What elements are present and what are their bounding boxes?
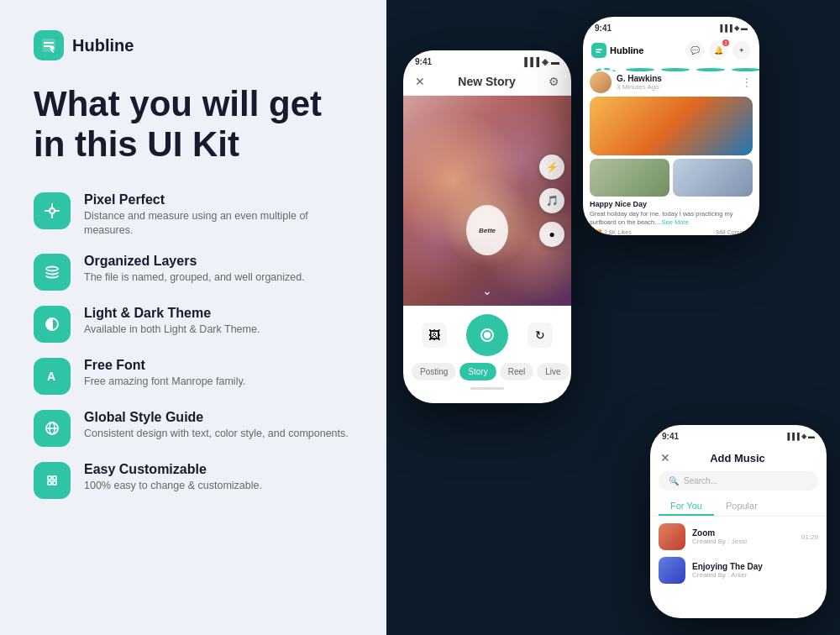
style-guide-icon xyxy=(34,410,71,447)
story-tabs: Posting Story Reel Live xyxy=(412,363,563,380)
story-bottom: 🖼 ↻ Posting Story Reel Live xyxy=(403,306,571,403)
free-font-icon: A xyxy=(34,358,71,395)
pixel-perfect-icon xyxy=(34,192,71,229)
close-icon[interactable]: ✕ xyxy=(415,75,425,88)
post-caption: Happy Nice Day Great holiday day for me.… xyxy=(590,200,753,227)
flip-btn[interactable]: ↻ xyxy=(528,323,553,348)
more-icon[interactable]: ⋮ xyxy=(741,76,753,89)
effect-tool[interactable]: ● xyxy=(539,222,564,247)
feature-easy-custom: Easy Customizable 100% easy to change & … xyxy=(34,462,353,499)
main-headline: What you will get in this UI Kit xyxy=(34,84,353,165)
settings-icon[interactable]: ⚙ xyxy=(549,75,559,88)
music-list: Zoom Created By : Jessi 01:20 Enjoying T… xyxy=(650,523,827,584)
live-tab[interactable]: Live xyxy=(537,363,569,380)
for-you-tab[interactable]: For You xyxy=(659,497,714,516)
music-close-icon[interactable]: ✕ xyxy=(660,451,670,464)
features-list: Pixel Perfect Distance and measure using… xyxy=(34,192,353,499)
side-tools: ⚡ 🎵 ● xyxy=(539,155,564,247)
popular-tab[interactable]: Popular xyxy=(714,497,769,516)
post-avatar xyxy=(590,71,612,93)
story-tab[interactable]: Story xyxy=(459,363,496,380)
center-status-bar: 9:41 ▐▐▐ ◈ ▬ xyxy=(403,50,571,70)
music-search[interactable]: 🔍 Search... xyxy=(659,471,818,491)
music-header: ✕ Add Music xyxy=(650,444,827,471)
rb-status-bar: 9:41 ▐▐▐ ◈ ▬ xyxy=(650,425,827,444)
brand-name: Hubline xyxy=(72,36,134,55)
logo-icon xyxy=(34,30,64,60)
music-item-1[interactable]: Zoom Created By : Jessi 01:20 xyxy=(659,523,818,550)
light-dark-icon xyxy=(34,306,71,343)
svg-point-1 xyxy=(50,46,55,50)
right-column: 9:41 ▐▐▐ ◈ ▬ Hubline 💬 xyxy=(583,17,827,235)
bell-icon-btn[interactable]: 🔔 3 xyxy=(709,41,727,60)
left-panel: Hubline What you will get in this UI Kit… xyxy=(0,0,386,635)
post-stats: ❤🧡 2.8K Likes 948 Comment xyxy=(590,227,753,236)
down-arrow[interactable]: ⌄ xyxy=(482,284,492,297)
chat-icon-btn[interactable]: 💬 xyxy=(685,41,704,60)
feature-organized-layers-text: Organized Layers The file is named, grou… xyxy=(84,254,305,286)
svg-point-2 xyxy=(50,208,55,213)
svg-point-3 xyxy=(46,266,58,270)
flash-tool[interactable]: ⚡ xyxy=(539,155,564,180)
add-icon-btn[interactable]: + xyxy=(732,41,751,60)
svg-text:A: A xyxy=(47,370,55,383)
camera-row: 🖼 ↻ xyxy=(412,314,563,356)
logo-row: Hubline xyxy=(34,30,353,60)
story-image: Bette ⚡ 🎵 ● ⌄ xyxy=(403,96,571,306)
feature-pixel-perfect-text: Pixel Perfect Distance and measure using… xyxy=(84,192,353,239)
app-header: Hubline 💬 🔔 3 + xyxy=(583,36,759,65)
post-img-2 xyxy=(673,159,753,197)
capture-btn[interactable] xyxy=(466,314,508,356)
rt-status-bar: 9:41 ▐▐▐ ◈ ▬ xyxy=(583,17,759,36)
gallery-btn[interactable]: 🖼 xyxy=(422,323,447,348)
feature-free-font-text: Free Font Free amazing font Manrope fami… xyxy=(84,358,245,390)
music-tabs: For You Popular xyxy=(650,497,827,517)
feature-style-guide: Global Style Guide Consistent design wit… xyxy=(34,410,353,447)
post-user-info: G. Hawkins 3 Minutes Ago xyxy=(590,71,662,93)
search-icon: 🔍 xyxy=(669,476,679,485)
right-panel: 9:41 ▐▐▐ ◈ ▬ ✕ New Story ⚙ Bette ⚡ 🎵 ● ⌄ xyxy=(386,0,840,635)
post-img-1 xyxy=(590,159,669,197)
svg-point-9 xyxy=(484,332,491,338)
feature-style-guide-text: Global Style Guide Consistent design wit… xyxy=(84,410,349,442)
post-image-wide xyxy=(590,97,753,155)
feature-light-dark-text: Light & Dark Theme Available in both Lig… xyxy=(84,306,260,338)
app-logo: Hubline xyxy=(591,43,643,58)
header-icons: 💬 🔔 3 + xyxy=(685,41,751,60)
feature-easy-custom-text: Easy Customizable 100% easy to change & … xyxy=(84,462,262,494)
right-top-phone: 9:41 ▐▐▐ ◈ ▬ Hubline 💬 xyxy=(583,17,759,235)
post-section: G. Hawkins 3 Minutes Ago ⋮ Happy Nice Da… xyxy=(583,71,759,235)
zoom-thumb xyxy=(659,523,685,550)
feature-free-font: A Free Font Free amazing font Manrope fa… xyxy=(34,358,353,395)
post-user-row: G. Hawkins 3 Minutes Ago ⋮ xyxy=(590,71,753,93)
feature-light-dark: Light & Dark Theme Available in both Lig… xyxy=(34,306,353,343)
feature-pixel-perfect: Pixel Perfect Distance and measure using… xyxy=(34,192,353,239)
stories-row: + Add Story G. Hawkins Albert Flores Bes… xyxy=(583,65,759,71)
organized-layers-icon xyxy=(34,254,71,291)
cup-label: Bette xyxy=(466,205,508,255)
right-bottom-phone: 9:41 ▐▐▐ ◈ ▬ ✕ Add Music 🔍 Search... For… xyxy=(650,425,827,618)
enjoying-thumb xyxy=(659,557,685,584)
music-tool[interactable]: 🎵 xyxy=(539,188,564,213)
music-item-2[interactable]: Enjoying The Day Created By : Arker xyxy=(659,557,818,584)
posting-tab[interactable]: Posting xyxy=(412,363,456,380)
new-story-header: ✕ New Story ⚙ xyxy=(403,70,571,96)
easy-custom-icon xyxy=(34,462,71,499)
reel-tab[interactable]: Reel xyxy=(500,363,534,380)
feature-organized-layers: Organized Layers The file is named, grou… xyxy=(34,254,353,291)
center-phone: 9:41 ▐▐▐ ◈ ▬ ✕ New Story ⚙ Bette ⚡ 🎵 ● ⌄ xyxy=(403,50,571,403)
post-images-row xyxy=(590,159,753,197)
home-indicator xyxy=(470,387,504,390)
